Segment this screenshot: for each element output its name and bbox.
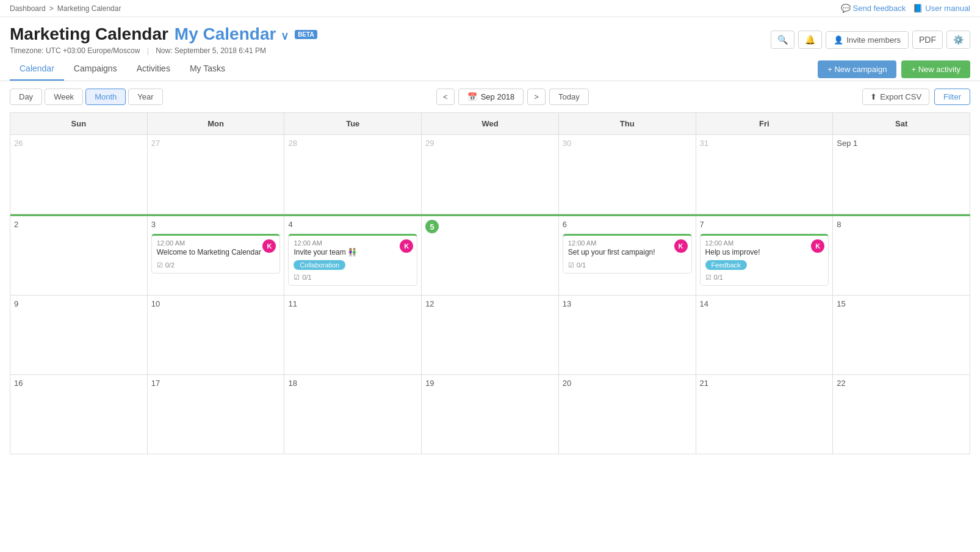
cal-cell-7[interactable]: 7 K 12:00 AM Help us improve! Feedback ☑… xyxy=(696,216,834,296)
tab-activities[interactable]: Activities xyxy=(127,57,180,81)
header-tue: Tue xyxy=(284,113,422,135)
tab-campaigns[interactable]: Campaigns xyxy=(64,57,127,81)
view-buttons: Day Week Month Year xyxy=(10,89,163,105)
cal-cell-11[interactable]: 11 xyxy=(284,296,422,375)
week-row-2: 2 3 K 12:00 AM Welcome to Marketing Cale… xyxy=(10,214,970,296)
invite-members-button[interactable]: 👤 Invite members xyxy=(826,31,909,49)
search-button[interactable]: 🔍 xyxy=(771,31,794,49)
event-title: Set up your first campaign! xyxy=(568,248,686,258)
cal-cell-3[interactable]: 3 K 12:00 AM Welcome to Marketing Calend… xyxy=(148,216,285,296)
my-calendar-title[interactable]: My Calendar ∨ xyxy=(175,24,289,44)
today-button[interactable]: Today xyxy=(549,89,589,105)
event-tag-collaboration: Collaboration xyxy=(294,260,345,270)
day-number: 26 xyxy=(14,139,23,148)
tabs-row: Calendar Campaigns Activities My Tasks +… xyxy=(0,57,980,81)
event-card-campaign[interactable]: K 12:00 AM Set up your first campaign! ☑… xyxy=(563,234,692,274)
breadcrumb-dashboard[interactable]: Dashboard xyxy=(10,4,46,13)
send-feedback-link[interactable]: 💬 Send feedback xyxy=(841,4,906,13)
export-csv-button[interactable]: ⬆ Export CSV xyxy=(862,89,929,105)
invite-icon: 👤 xyxy=(834,35,843,45)
event-title: Welcome to Marketing Calendar xyxy=(157,248,275,258)
cal-cell-8[interactable]: 8 xyxy=(833,216,970,296)
view-week-button[interactable]: Week xyxy=(45,89,83,105)
view-year-button[interactable]: Year xyxy=(128,89,162,105)
header-mon: Mon xyxy=(148,113,285,135)
notifications-button[interactable]: 🔔 xyxy=(798,31,822,49)
cal-cell-sep1[interactable]: Sep 1 xyxy=(833,135,970,214)
event-card-invite[interactable]: K 12:00 AM Invite your team 👫 Collaborat… xyxy=(288,234,417,286)
event-tasks: ☑ 0/2 xyxy=(157,261,275,269)
day-number: 9 xyxy=(14,299,18,308)
cal-cell-10[interactable]: 10 xyxy=(148,296,285,375)
cal-cell-9[interactable]: 9 xyxy=(10,296,148,375)
next-button[interactable]: > xyxy=(527,89,546,105)
cal-cell-5-today[interactable]: 5 xyxy=(422,216,559,296)
cal-cell-22[interactable]: 22 xyxy=(833,375,970,454)
cal-cell-20[interactable]: 20 xyxy=(559,375,696,454)
beta-badge: BETA xyxy=(295,30,317,39)
cal-cell-26[interactable]: 26 xyxy=(10,135,148,214)
cal-cell-30[interactable]: 30 xyxy=(559,135,696,214)
view-month-button[interactable]: Month xyxy=(85,89,126,105)
day-number: 14 xyxy=(700,299,708,308)
tab-calendar[interactable]: Calendar xyxy=(10,57,64,81)
cal-cell-14[interactable]: 14 xyxy=(696,296,834,375)
breadcrumb-current: Marketing Calendar xyxy=(57,4,121,13)
cal-cell-15[interactable]: 15 xyxy=(833,296,970,375)
day-number: 10 xyxy=(151,299,160,308)
nav-group: < 📅 Sep 2018 > Today xyxy=(436,89,589,105)
cal-cell-16[interactable]: 16 xyxy=(10,375,148,454)
cal-cell-19[interactable]: 19 xyxy=(422,375,559,454)
event-time: 12:00 AM xyxy=(568,239,686,247)
day-number: 12 xyxy=(425,299,434,308)
breadcrumb: Dashboard > Marketing Calendar xyxy=(10,4,121,13)
cal-cell-21[interactable]: 21 xyxy=(696,375,834,454)
calendar-toolbar: Day Week Month Year < 📅 Sep 2018 > Today… xyxy=(0,81,980,112)
view-day-button[interactable]: Day xyxy=(10,89,42,105)
cal-cell-31[interactable]: 31 xyxy=(696,135,834,214)
event-time: 12:00 AM xyxy=(157,239,275,247)
cal-cell-2[interactable]: 2 xyxy=(10,216,148,296)
event-title: Invite your team 👫 xyxy=(294,248,412,258)
header-subtitle: Timezone: UTC +03:00 Europe/Moscow | Now… xyxy=(10,46,317,55)
day-number: 20 xyxy=(563,379,571,388)
event-time: 12:00 AM xyxy=(294,239,412,247)
event-card-improve[interactable]: K 12:00 AM Help us improve! Feedback ☑ 0… xyxy=(700,234,829,286)
calendar-right-actions: ⬆ Export CSV Filter xyxy=(862,89,970,105)
header-left: Marketing Calendar My Calendar ∨ BETA Ti… xyxy=(10,24,317,55)
user-manual-link[interactable]: 📘 User manual xyxy=(913,4,970,13)
header-sun: Sun xyxy=(10,113,148,135)
calendar-grid: Sun Mon Tue Wed Thu Fri Sat 26 27 28 29 … xyxy=(10,112,970,454)
day-number: 13 xyxy=(563,299,571,308)
topbar: Dashboard > Marketing Calendar 💬 Send fe… xyxy=(0,0,980,17)
cal-cell-29[interactable]: 29 xyxy=(422,135,559,214)
tabs: Calendar Campaigns Activities My Tasks xyxy=(10,57,235,81)
day-number-today: 5 xyxy=(425,220,439,233)
header-area: Marketing Calendar My Calendar ∨ BETA Ti… xyxy=(0,17,980,57)
header-wed: Wed xyxy=(422,113,559,135)
day-number: 7 xyxy=(700,220,704,229)
event-card-welcome[interactable]: K 12:00 AM Welcome to Marketing Calendar… xyxy=(151,234,281,274)
cal-cell-6[interactable]: 6 K 12:00 AM Set up your first campaign!… xyxy=(559,216,696,296)
prev-button[interactable]: < xyxy=(436,89,455,105)
breadcrumb-sep: > xyxy=(49,4,54,13)
filter-button[interactable]: Filter xyxy=(934,89,970,105)
event-tasks: ☑ 0/1 xyxy=(294,274,412,281)
pdf-button[interactable]: PDF xyxy=(912,31,943,49)
settings-button[interactable]: ⚙️ xyxy=(946,31,970,49)
cal-cell-18[interactable]: 18 xyxy=(284,375,422,454)
cal-cell-4[interactable]: 4 K 12:00 AM Invite your team 👫 Collabor… xyxy=(284,216,422,296)
new-campaign-button[interactable]: + New campaign xyxy=(818,60,896,78)
header-actions: 🔍 🔔 👤 Invite members PDF ⚙️ xyxy=(771,24,970,49)
day-number: 18 xyxy=(288,379,297,388)
cal-cell-12[interactable]: 12 xyxy=(422,296,559,375)
cal-cell-28[interactable]: 28 xyxy=(284,135,422,214)
checkbox-icon: ☑ xyxy=(294,274,300,281)
cal-cell-13[interactable]: 13 xyxy=(559,296,696,375)
tab-my-tasks[interactable]: My Tasks xyxy=(180,57,235,81)
checkbox-icon: ☑ xyxy=(705,274,712,281)
cal-cell-27[interactable]: 27 xyxy=(148,135,285,214)
cal-cell-17[interactable]: 17 xyxy=(148,375,285,454)
new-activity-button[interactable]: + New activity xyxy=(901,60,970,78)
checkbox-icon: ☑ xyxy=(568,261,574,269)
